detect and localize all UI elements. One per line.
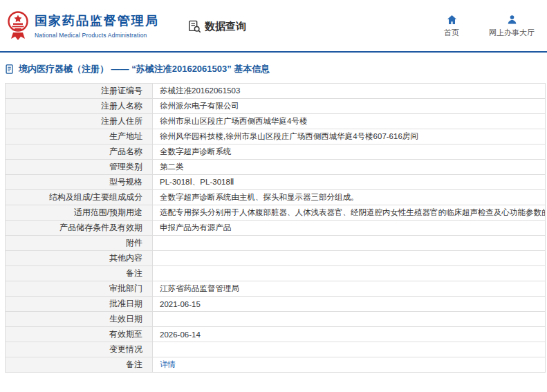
home-icon	[447, 15, 457, 25]
table-row: 管理类别第二类	[6, 160, 546, 175]
row-label: 审批部门	[6, 281, 153, 297]
data-query-icon	[188, 20, 201, 33]
row-value: 徐州风华园科技楼,徐州市泉山区段庄广场西侧西城华庭4号楼607-616房间	[153, 129, 546, 144]
nmpa-brand[interactable]: 国家药品监督管理局 National Medical Products Admi…	[7, 10, 159, 43]
org-name-en: National Medical Products Administration	[35, 32, 159, 39]
row-label: 管理类别	[6, 160, 153, 175]
table-row: 批准日期2021-06-15	[6, 297, 546, 312]
row-value: 详情	[153, 357, 546, 373]
registration-info-table-body: 注册证编号苏械注准20162061503注册人名称徐州派尔电子有限公司注册人住所…	[6, 84, 546, 373]
row-label: 生产地址	[6, 129, 153, 144]
data-query-heading[interactable]: 数据查询	[188, 20, 246, 33]
row-label: 注册证编号	[6, 84, 153, 99]
document-icon	[6, 64, 15, 74]
row-value: 申报产品为有源产品	[153, 221, 546, 236]
user-icon	[507, 15, 517, 25]
detail-link[interactable]: 详情	[160, 360, 176, 368]
page-title: 境内医疗器械（注册） —— “苏械注准20162061503” 基本信息	[0, 53, 547, 83]
row-value: 2021-06-15	[153, 297, 546, 312]
row-label: 适用范围/预期用途	[6, 205, 153, 221]
table-row: 生产地址徐州风华园科技楼,徐州市泉山区段庄广场西侧西城华庭4号楼607-616房…	[6, 129, 546, 144]
row-label: 生效日期	[6, 312, 153, 327]
row-value	[153, 236, 546, 251]
table-row: 注册人住所徐州市泉山区段庄广场西侧西城华庭4号楼	[6, 114, 546, 129]
row-value: 2026-06-14	[153, 327, 546, 342]
row-label: 附件	[6, 236, 153, 251]
row-label: 备注	[6, 266, 153, 281]
row-value	[153, 266, 546, 281]
row-label: 注册人住所	[6, 114, 153, 129]
row-value	[153, 312, 546, 327]
table-row: 变更情况	[6, 342, 546, 357]
nav-home-label: 首页	[444, 28, 459, 38]
row-label: 备注	[6, 357, 153, 373]
row-value: 江苏省药品监督管理局	[153, 281, 546, 297]
table-row: 备注	[6, 266, 546, 281]
table-row: 注册证编号苏械注准20162061503	[6, 84, 546, 99]
table-row: 备注详情	[6, 357, 546, 373]
row-label: 型号规格	[6, 175, 153, 190]
table-row: 有效期至2026-06-14	[6, 327, 546, 342]
row-value: 全数字超声诊断系统	[153, 144, 546, 160]
table-row: 其他内容	[6, 251, 546, 266]
row-value: 选配专用探头分别用于人体腹部脏器、人体浅表器官、经阴道腔内女性生殖器官的临床超声…	[153, 205, 546, 221]
row-label: 其他内容	[6, 251, 153, 266]
row-label: 注册人名称	[6, 99, 153, 114]
row-value: PL-3018Ⅰ、PL-3018Ⅱ	[153, 175, 546, 190]
table-row: 附件	[6, 236, 546, 251]
row-label: 批准日期	[6, 297, 153, 312]
table-row: 型号规格PL-3018Ⅰ、PL-3018Ⅱ	[6, 175, 546, 190]
row-value	[153, 251, 546, 266]
national-emblem-logo	[7, 10, 29, 43]
row-value: 全数字超声诊断系统由主机、探头和显示器三部分组成。	[153, 190, 546, 205]
nav-home[interactable]: 首页	[438, 15, 465, 38]
table-row: 注册人名称徐州派尔电子有限公司	[6, 99, 546, 114]
table-row: 产品名称全数字超声诊断系统	[6, 144, 546, 160]
row-value: 徐州派尔电子有限公司	[153, 99, 546, 114]
row-value	[153, 342, 546, 357]
row-label: 变更情况	[6, 342, 153, 357]
row-label: 产品名称	[6, 144, 153, 160]
header-nav: 首页 网上办事大厅	[438, 15, 535, 38]
org-name-cn: 国家药品监督管理局	[35, 14, 159, 29]
data-query-label: 数据查询	[205, 20, 246, 33]
table-row: 产品储存条件及有效期申报产品为有源产品	[6, 221, 546, 236]
page-title-text: 境内医疗器械（注册） —— “苏械注准20162061503” 基本信息	[19, 63, 270, 75]
row-label: 结构及组成/主要组成成分	[6, 190, 153, 205]
row-value: 苏械注准20162061503	[153, 84, 546, 99]
table-row: 生效日期	[6, 312, 546, 327]
row-value: 第二类	[153, 160, 546, 175]
table-row: 审批部门江苏省药品监督管理局	[6, 281, 546, 297]
table-row: 适用范围/预期用途选配专用探头分别用于人体腹部脏器、人体浅表器官、经阴道腔内女性…	[6, 205, 546, 221]
nav-service-hall-label: 网上办事大厅	[489, 28, 535, 38]
row-label: 有效期至	[6, 327, 153, 342]
nav-service-hall[interactable]: 网上办事大厅	[489, 15, 535, 38]
table-row: 结构及组成/主要组成成分全数字超声诊断系统由主机、探头和显示器三部分组成。	[6, 190, 546, 205]
row-value: 徐州市泉山区段庄广场西侧西城华庭4号楼	[153, 114, 546, 129]
site-header: 国家药品监督管理局 National Medical Products Admi…	[0, 0, 547, 51]
row-label: 产品储存条件及有效期	[6, 221, 153, 236]
registration-info-table: 注册证编号苏械注准20162061503注册人名称徐州派尔电子有限公司注册人住所…	[5, 83, 546, 373]
